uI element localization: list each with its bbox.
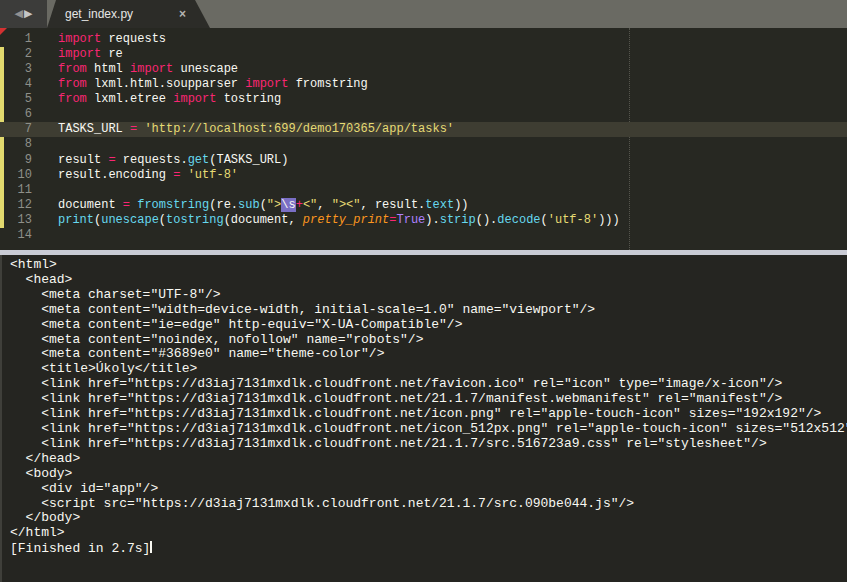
tab-title: get_index.py	[47, 7, 179, 21]
console-line: <html>	[10, 258, 847, 273]
console-line: <meta charset="UTF-8"/>	[10, 288, 847, 303]
code-line[interactable]: 9result = requests.get(TASKS_URL)	[0, 153, 847, 168]
line-number: 6	[0, 107, 32, 122]
line-number: 10	[0, 168, 32, 183]
sublime-window: ◀ ▶ get_index.py × 1import requests2impo…	[0, 0, 847, 582]
console-line: </html>	[10, 526, 847, 541]
line-number: 13	[0, 213, 32, 228]
code-line[interactable]: 1import requests	[0, 32, 847, 47]
code-line[interactable]: 12document = fromstring(re.sub(">\s+<", …	[0, 198, 847, 213]
line-number: 7	[0, 122, 32, 137]
line-number: 2	[0, 47, 32, 62]
console-line: <meta content="#3689e0" name="theme-colo…	[10, 347, 847, 362]
console-line: </head>	[10, 452, 847, 467]
code-line[interactable]: 7TASKS_URL = 'http://localhost:699/demo1…	[0, 122, 847, 137]
line-number: 1	[0, 32, 32, 47]
console-line: </body>	[10, 511, 847, 526]
code-text: document = fromstring(re.sub(">\s+<", ">…	[32, 198, 469, 212]
code-text	[32, 137, 58, 151]
code-line[interactable]: 2import re	[0, 47, 847, 62]
code-line[interactable]: 10result.encoding = 'utf-8'	[0, 168, 847, 183]
line-number: 14	[0, 228, 32, 243]
tab-bar: ◀ ▶ get_index.py ×	[0, 0, 847, 28]
line-number: 5	[0, 92, 32, 107]
code-line[interactable]: 3from html import unescape	[0, 62, 847, 77]
nav-forward-icon[interactable]: ▶	[24, 0, 32, 28]
line-number: 8	[0, 137, 32, 152]
text-caret	[150, 541, 152, 553]
code-line[interactable]: 4from lxml.html.soupparser import fromst…	[0, 77, 847, 92]
code-line[interactable]: 14	[0, 228, 847, 243]
console-line: <title>Úkoly</title>	[10, 362, 847, 377]
console-line: <body>	[10, 467, 847, 482]
build-output-panel[interactable]: <html> <head> <meta charset="UTF-8"/> <m…	[0, 255, 847, 582]
console-line: <meta content="width=device-width, initi…	[10, 303, 847, 318]
code-line[interactable]: 6	[0, 107, 847, 122]
tab-close-icon[interactable]: ×	[179, 7, 210, 21]
line-number: 3	[0, 62, 32, 77]
console-line: <meta content="noindex, nofollow" name="…	[10, 333, 847, 348]
code-text: from lxml.etree import tostring	[32, 92, 281, 106]
line-number: 11	[0, 183, 32, 198]
console-status-line: [Finished in 2.7s]	[10, 541, 847, 557]
console-line: <link href="https://d3iaj7131mxdlk.cloud…	[10, 437, 847, 452]
tab-nav-controls: ◀ ▶	[0, 0, 47, 28]
code-text: from html import unescape	[32, 62, 238, 76]
status-text: [Finished in 2.7s]	[10, 541, 150, 556]
code-text: from lxml.html.soupparser import fromstr…	[32, 77, 368, 91]
code-text: result = requests.get(TASKS_URL)	[32, 153, 288, 167]
code-text	[32, 183, 58, 197]
code-text: print(unescape(tostring(document, pretty…	[32, 213, 620, 227]
code-lines-container: 1import requests2import re3from html imp…	[0, 32, 847, 243]
tab-get-index-py[interactable]: get_index.py ×	[47, 0, 210, 28]
code-editor[interactable]: 1import requests2import re3from html imp…	[0, 28, 847, 250]
code-line[interactable]: 11	[0, 183, 847, 198]
console-line: <meta content="ie=edge" http-equiv="X-UA…	[10, 318, 847, 333]
console-line: <script src="https://d3iaj7131mxdlk.clou…	[10, 497, 847, 512]
line-number: 9	[0, 153, 32, 168]
code-text	[32, 228, 58, 242]
console-line: <head>	[10, 273, 847, 288]
nav-back-icon[interactable]: ◀	[15, 0, 23, 28]
code-text	[32, 107, 58, 121]
console-line: <link href="https://d3iaj7131mxdlk.cloud…	[10, 392, 847, 407]
code-text: result.encoding = 'utf-8'	[32, 168, 238, 182]
code-text: TASKS_URL = 'http://localhost:699/demo17…	[32, 122, 454, 136]
code-text: import requests	[32, 32, 166, 46]
console-line: <div id="app"/>	[10, 482, 847, 497]
console-line: <link href="https://d3iaj7131mxdlk.cloud…	[10, 377, 847, 392]
line-number: 12	[0, 198, 32, 213]
code-line[interactable]: 13print(unescape(tostring(document, pret…	[0, 213, 847, 228]
console-lines-container: <html> <head> <meta charset="UTF-8"/> <m…	[10, 258, 847, 541]
console-line: <link href="https://d3iaj7131mxdlk.cloud…	[10, 422, 847, 437]
code-line[interactable]: 8	[0, 137, 847, 152]
code-line[interactable]: 5from lxml.etree import tostring	[0, 92, 847, 107]
console-line: <link href="https://d3iaj7131mxdlk.cloud…	[10, 407, 847, 422]
code-text: import re	[32, 47, 123, 61]
line-number: 4	[0, 77, 32, 92]
